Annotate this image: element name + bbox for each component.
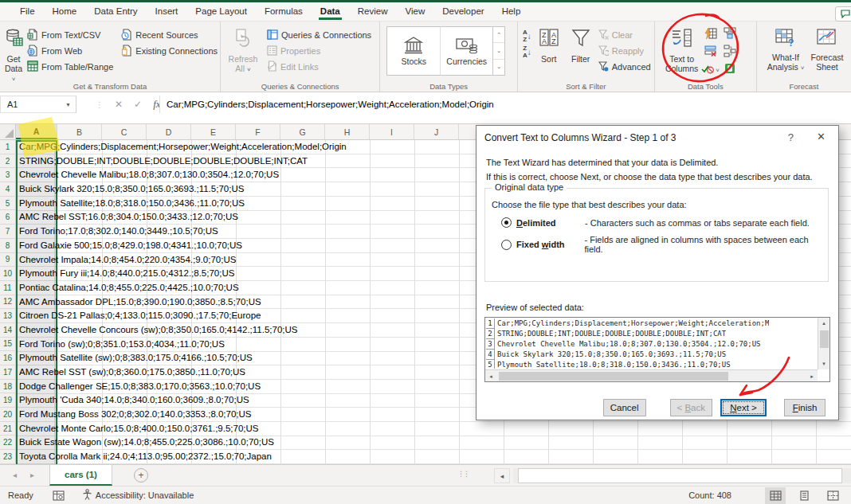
ribbon-tab[interactable]: Formulas <box>256 3 312 20</box>
manage-data-model-button[interactable] <box>720 61 739 79</box>
ribbon-tab[interactable]: Data <box>312 3 349 20</box>
accessibility-status[interactable]: Accessibility: Unavailable <box>82 489 194 502</box>
cell-content[interactable]: Plymouth Fury iii;14.0;8;440.0;215.0;431… <box>16 267 234 281</box>
row-header[interactable]: 11 <box>0 281 16 295</box>
fixed-width-radio[interactable] <box>501 240 512 250</box>
preview-horizontal-scrollbar[interactable]: ◂ ▸ <box>485 369 818 381</box>
dialog-help-button[interactable]: ? <box>788 131 794 143</box>
currencies-tile[interactable]: Currencies <box>440 27 492 75</box>
delimited-radio[interactable] <box>501 217 512 228</box>
row-header[interactable]: 4 <box>0 182 16 197</box>
row-header[interactable]: 3 <box>0 168 16 182</box>
row-header[interactable]: 21 <box>0 422 16 436</box>
cell-content[interactable]: Ford Mustang Boss 302;0;8;302.0;140.0;33… <box>16 408 252 422</box>
name-box-dropdown-icon[interactable]: ▼ <box>65 102 71 107</box>
from-table-range-button[interactable]: From Table/Range <box>27 59 113 75</box>
sort-descending-button[interactable]: ZA↓ <box>521 45 533 58</box>
fixed-width-radio-row[interactable]: Fixed width - Fields are aligned in colu… <box>501 235 828 254</box>
row-header[interactable]: 12 <box>0 295 16 310</box>
preview-vertical-scrollbar[interactable]: ▴ ▾ <box>818 318 829 369</box>
tab-scrollbar-splitter[interactable]: ⋮⋮ <box>457 470 469 478</box>
stocks-tile[interactable]: Stocks <box>387 27 440 75</box>
cell-content[interactable]: Pontiac Catalina;14.0;8;455.0;225.0;4425… <box>16 281 239 295</box>
ribbon-tab[interactable]: Developer <box>433 3 492 20</box>
ribbon-tab[interactable]: View <box>397 3 434 20</box>
cell-content[interactable]: Plymouth 'Cuda 340;14.0;8;340.0;160.0;36… <box>16 393 249 408</box>
row-header[interactable]: 13 <box>0 309 16 323</box>
advanced-filter-button[interactable]: Advanced <box>598 59 651 75</box>
cell-content[interactable]: Ford Torino (sw);0;8;351.0;153.0;4034.;1… <box>16 338 225 352</box>
sort-ascending-button[interactable]: AZ↓ <box>521 29 533 42</box>
scroll-left-button[interactable]: ◂ <box>494 468 510 483</box>
row-header[interactable]: 8 <box>0 239 16 253</box>
next-button[interactable]: Next > <box>720 399 767 416</box>
from-web-button[interactable]: From Web <box>27 43 113 59</box>
relationships-button[interactable] <box>720 44 739 61</box>
column-header[interactable]: E <box>191 124 236 139</box>
view-normal-icon[interactable] <box>765 487 786 504</box>
recent-sources-button[interactable]: Recent Sources <box>121 27 218 43</box>
column-header[interactable]: I <box>370 124 414 139</box>
cell-content[interactable]: Chevrolet Chevelle Malibu;18.0;8;307.0;1… <box>16 168 279 182</box>
column-header[interactable]: F <box>236 124 280 139</box>
scroll-right-icon[interactable]: ▸ <box>806 371 818 382</box>
row-header[interactable]: 16 <box>0 351 16 365</box>
row-header[interactable]: 7 <box>0 225 16 239</box>
ribbon-tab[interactable]: Data Entry <box>85 3 146 20</box>
row-header[interactable]: 23 <box>0 450 16 464</box>
cell-content[interactable]: Plymouth Satellite (sw);0;8;383.0;175.0;… <box>16 351 253 365</box>
sheet-tab-cars[interactable]: cars (1) <box>49 465 112 486</box>
row-header[interactable]: 22 <box>0 436 16 450</box>
comments-icon[interactable] <box>835 6 851 21</box>
column-header[interactable]: H <box>325 124 370 139</box>
get-data-button[interactable]: GetData ˅ <box>3 25 24 80</box>
row-header[interactable]: 2 <box>0 154 16 169</box>
vertical-scroll-thumb[interactable] <box>820 330 829 348</box>
cell-content[interactable]: Ford Galaxie 500;15.0;8;429.0;198.0;4341… <box>16 239 242 253</box>
column-header[interactable]: A <box>16 124 57 139</box>
what-if-analysis-button[interactable]: ? What-IfAnalysis ˅ <box>765 25 806 80</box>
consolidate-button[interactable] <box>720 26 739 44</box>
cell-content[interactable]: Chevrolet Chevelle Concours (sw);0;8;350… <box>16 323 297 338</box>
row-header[interactable]: 15 <box>0 338 16 352</box>
row-header[interactable]: 6 <box>0 210 16 225</box>
column-header[interactable]: G <box>280 124 325 139</box>
row-header[interactable]: 14 <box>0 323 16 338</box>
remove-duplicates-button[interactable] <box>701 44 720 61</box>
forecast-sheet-button[interactable]: ForecastSheet <box>806 25 848 80</box>
new-sheet-button[interactable]: + <box>134 468 148 483</box>
horizontal-scroll-thumb[interactable] <box>499 372 728 381</box>
view-page-break-icon[interactable] <box>822 487 843 504</box>
ribbon-tab[interactable]: Help <box>493 3 530 20</box>
cell-content[interactable]: AMC Rebel SST;16.0;8;304.0;150.0;3433.;1… <box>16 210 238 225</box>
dialog-close-icon[interactable]: ✕ <box>817 131 826 143</box>
view-page-layout-icon[interactable] <box>794 487 814 504</box>
data-types-gallery-scroll[interactable]: ⌃ ⌄ ⌄ <box>492 27 504 75</box>
queries-connections-button[interactable]: Queries & Connections <box>267 27 371 43</box>
column-header[interactable]: D <box>147 124 191 139</box>
ribbon-tab[interactable]: Insert <box>147 3 187 20</box>
delimited-radio-row[interactable]: Delimited - Characters such as commas or… <box>501 217 810 228</box>
row-header[interactable]: 20 <box>0 408 16 422</box>
horizontal-scrollbar[interactable] <box>513 468 851 483</box>
scroll-down-icon[interactable]: ▾ <box>818 358 829 369</box>
ribbon-tab[interactable]: Home <box>44 3 86 20</box>
data-validation-button[interactable]: ˅ <box>701 61 720 79</box>
sheet-row[interactable]: 21 Chevrolet Monte Carlo;15.0;8;400.0;15… <box>0 422 851 436</box>
finish-button[interactable]: Finish <box>784 399 826 416</box>
sheet-row[interactable]: 23 Toyota Corolla Mark ii;24.0;4;113.0;9… <box>0 450 851 464</box>
scroll-up-icon[interactable]: ▴ <box>818 318 829 329</box>
cell-content[interactable]: AMC Ambassador DPL;15.0;8;390.0;190.0;38… <box>16 295 261 310</box>
ribbon-tab[interactable]: Review <box>349 3 397 20</box>
ribbon-tab[interactable]: Page Layout <box>186 3 256 20</box>
row-header[interactable]: 5 <box>0 197 16 211</box>
cell-content[interactable]: Buick Skylark 320;15.0;8;350.0;165.0;369… <box>16 182 244 197</box>
macro-record-icon[interactable] <box>53 490 65 501</box>
cell-content[interactable]: Citroen DS-21 Pallas;0;4;133.0;115.0;309… <box>16 309 261 323</box>
scroll-left-icon[interactable]: ◂ <box>485 371 496 382</box>
text-to-columns-button[interactable]: Text toColumns <box>663 25 701 80</box>
row-header[interactable]: 17 <box>0 365 16 380</box>
status-count[interactable]: Count: 408 <box>688 490 731 500</box>
cell-content[interactable]: STRING;DOUBLE;INT;DOUBLE;DOUBLE;DOUBLE;D… <box>16 154 308 169</box>
formula-input[interactable]: Car;MPG;Cylinders;Displacement;Horsepowe… <box>159 96 851 113</box>
